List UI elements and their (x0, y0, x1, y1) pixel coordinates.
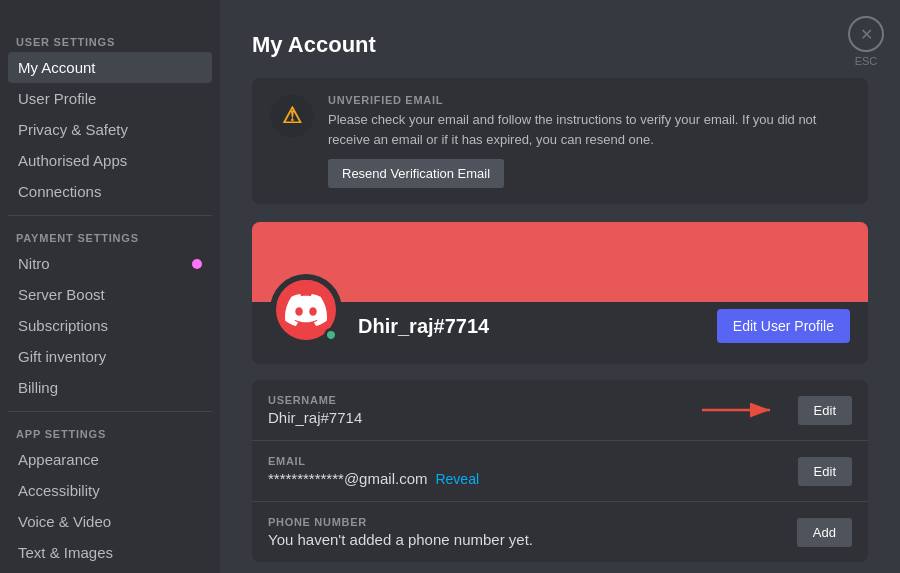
main-content: My Account ⚠ UNVERIFIED EMAIL Please che… (220, 0, 900, 573)
discord-logo-icon (285, 289, 327, 331)
sidebar-section-label-2: APP SETTINGS (8, 420, 212, 444)
sidebar-item-label-accessibility: Accessibility (18, 482, 100, 499)
arrow-icon (702, 400, 782, 420)
sidebar-section-label-0: USER SETTINGS (8, 28, 212, 52)
profile-username: Dhir_raj#7714 (358, 315, 701, 338)
sidebar-item-label-billing: Billing (18, 379, 58, 396)
sidebar-item-label-appearance: Appearance (18, 451, 99, 468)
sidebar-item-label-gift-inventory: Gift inventory (18, 348, 106, 365)
sidebar-item-gift-inventory[interactable]: Gift inventory (8, 341, 212, 372)
phone-row: PHONE NUMBER You haven't added a phone n… (252, 502, 868, 562)
sidebar-item-nitro[interactable]: Nitro (8, 248, 212, 279)
phone-label: PHONE NUMBER (268, 516, 797, 528)
sidebar-item-label-text-images: Text & Images (18, 544, 113, 561)
sidebar: USER SETTINGSMy AccountUser ProfilePriva… (0, 0, 220, 573)
sidebar-section-label-1: PAYMENT SETTINGS (8, 224, 212, 248)
sidebar-item-label-my-account: My Account (18, 59, 96, 76)
sidebar-item-my-account[interactable]: My Account (8, 52, 212, 83)
edit-profile-button[interactable]: Edit User Profile (717, 309, 850, 343)
sidebar-item-appearance[interactable]: Appearance (8, 444, 212, 475)
sidebar-item-label-authorised-apps: Authorised Apps (18, 152, 127, 169)
email-edit-button[interactable]: Edit (798, 457, 852, 486)
email-field-left: EMAIL *************@gmail.com Reveal (268, 455, 798, 487)
sidebar-item-label-nitro: Nitro (18, 255, 50, 272)
arrow-indicator (702, 400, 782, 420)
esc-circle: ✕ (848, 16, 884, 52)
sidebar-item-label-server-boost: Server Boost (18, 286, 105, 303)
online-status-badge (324, 328, 338, 342)
sidebar-item-subscriptions[interactable]: Subscriptions (8, 310, 212, 341)
avatar-wrapper (270, 274, 342, 346)
email-row: EMAIL *************@gmail.com Reveal Edi… (252, 441, 868, 502)
resend-verification-button[interactable]: Resend Verification Email (328, 159, 504, 188)
page-title: My Account (252, 32, 868, 58)
phone-field-right: Add (797, 518, 852, 547)
email-banner-content: UNVERIFIED EMAIL Please check your email… (328, 94, 850, 188)
email-label: EMAIL (268, 455, 798, 467)
sidebar-item-label-subscriptions: Subscriptions (18, 317, 108, 334)
warning-icon: ⚠ (270, 94, 314, 138)
sidebar-item-label-voice-video: Voice & Video (18, 513, 111, 530)
profile-info-row: Dhir_raj#7714 Edit User Profile (252, 274, 868, 364)
email-field-right: Edit (798, 457, 852, 486)
esc-button[interactable]: ✕ ESC (848, 16, 884, 67)
email-value: *************@gmail.com Reveal (268, 470, 798, 487)
sidebar-item-server-boost[interactable]: Server Boost (8, 279, 212, 310)
username-label: USERNAME (268, 394, 702, 406)
sidebar-item-text-images[interactable]: Text & Images (8, 537, 212, 568)
username-row: USERNAME Dhir_raj#7714 E (252, 380, 868, 441)
username-field-right: Edit (702, 396, 852, 425)
email-banner: ⚠ UNVERIFIED EMAIL Please check your ema… (252, 78, 868, 204)
phone-add-button[interactable]: Add (797, 518, 852, 547)
sidebar-item-accessibility[interactable]: Accessibility (8, 475, 212, 506)
username-field-left: USERNAME Dhir_raj#7714 (268, 394, 702, 426)
sidebar-divider-0 (8, 215, 212, 216)
exclamation-icon: ⚠ (282, 103, 302, 129)
sidebar-item-label-user-profile: User Profile (18, 90, 96, 107)
email-banner-text: Please check your email and follow the i… (328, 110, 850, 149)
sidebar-item-voice-video[interactable]: Voice & Video (8, 506, 212, 537)
username-edit-button[interactable]: Edit (798, 396, 852, 425)
sidebar-item-connections[interactable]: Connections (8, 176, 212, 207)
phone-field-left: PHONE NUMBER You haven't added a phone n… (268, 516, 797, 548)
sidebar-item-label-privacy-safety: Privacy & Safety (18, 121, 128, 138)
sidebar-item-billing[interactable]: Billing (8, 372, 212, 403)
esc-label: ESC (855, 55, 878, 67)
sidebar-item-label-connections: Connections (18, 183, 101, 200)
details-section: USERNAME Dhir_raj#7714 E (252, 380, 868, 562)
nitro-badge-icon (192, 259, 202, 269)
reveal-link[interactable]: Reveal (435, 471, 479, 487)
sidebar-item-privacy-safety[interactable]: Privacy & Safety (8, 114, 212, 145)
username-value: Dhir_raj#7714 (268, 409, 702, 426)
sidebar-divider-1 (8, 411, 212, 412)
sidebar-item-user-profile[interactable]: User Profile (8, 83, 212, 114)
profile-card: Dhir_raj#7714 Edit User Profile (252, 222, 868, 364)
email-banner-title: UNVERIFIED EMAIL (328, 94, 850, 106)
sidebar-item-authorised-apps[interactable]: Authorised Apps (8, 145, 212, 176)
phone-value: You haven't added a phone number yet. (268, 531, 797, 548)
